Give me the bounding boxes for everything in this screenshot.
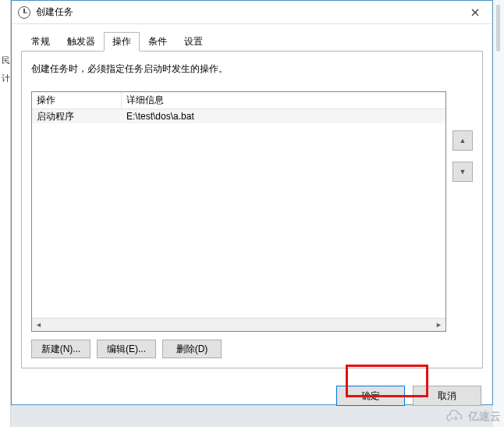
delete-button[interactable]: 删除(D) xyxy=(162,340,222,358)
background-right-strip xyxy=(493,0,504,427)
tab-strip: 常规 触发器 操作 条件 设置 xyxy=(23,34,483,51)
svg-point-0 xyxy=(451,418,453,419)
scroll-right-icon[interactable]: ► xyxy=(432,319,445,331)
reorder-buttons: ▲ ▼ xyxy=(453,91,473,332)
tab-panel-actions: 创建任务时，必须指定任务启动时发生的操作。 操作 详细信息 启动程序 E:\te… xyxy=(21,51,483,368)
scroll-track[interactable] xyxy=(45,319,432,331)
cell-detail: E:\test\dos\a.bat xyxy=(122,111,445,122)
actions-list[interactable]: 操作 详细信息 启动程序 E:\test\dos\a.bat ◄ ► xyxy=(31,91,446,332)
edit-button[interactable]: 编辑(E)... xyxy=(97,340,156,358)
move-down-button[interactable]: ▼ xyxy=(453,162,473,182)
dialog-footer: 确定 取消 xyxy=(12,378,492,415)
svg-point-1 xyxy=(454,417,456,419)
action-buttons-row: 新建(N)... 编辑(E)... 删除(D) xyxy=(31,340,473,358)
background-left-strip: 民 计 xyxy=(0,0,11,427)
cloud-icon xyxy=(445,410,465,424)
dialog-body: 常规 触发器 操作 条件 设置 创建任务时，必须指定任务启动时发生的操作。 操作… xyxy=(12,24,492,378)
col-detail[interactable]: 详细信息 xyxy=(122,92,445,109)
tab-settings[interactable]: 设置 xyxy=(176,32,211,51)
new-button[interactable]: 新建(N)... xyxy=(31,340,91,358)
list-row[interactable]: 启动程序 E:\test\dos\a.bat xyxy=(32,109,445,123)
ok-button[interactable]: 确定 xyxy=(336,386,405,406)
list-header: 操作 详细信息 xyxy=(32,92,445,109)
horizontal-scrollbar[interactable]: ◄ ► xyxy=(32,318,445,331)
tab-triggers[interactable]: 触发器 xyxy=(59,32,104,51)
scroll-left-icon[interactable]: ◄ xyxy=(32,319,45,331)
watermark-text: 亿速云 xyxy=(468,410,501,424)
create-task-dialog: 创建任务 常规 触发器 操作 条件 设置 创建任务时，必须指定任务启动时发生的操… xyxy=(11,0,493,405)
close-button[interactable] xyxy=(457,1,492,23)
clock-icon xyxy=(18,6,30,19)
titlebar: 创建任务 xyxy=(12,1,492,24)
watermark: 亿速云 xyxy=(445,410,501,424)
move-up-button[interactable]: ▲ xyxy=(453,130,473,151)
tab-actions[interactable]: 操作 xyxy=(104,32,140,52)
tab-conditions[interactable]: 条件 xyxy=(140,32,176,51)
cell-operation: 启动程序 xyxy=(32,110,122,123)
panel-description: 创建任务时，必须指定任务启动时发生的操作。 xyxy=(31,62,473,76)
cancel-button[interactable]: 取消 xyxy=(413,386,481,406)
tab-general[interactable]: 常规 xyxy=(23,32,59,51)
col-operation[interactable]: 操作 xyxy=(32,92,122,109)
list-body: 启动程序 E:\test\dos\a.bat xyxy=(32,109,445,318)
window-title: 创建任务 xyxy=(36,5,73,19)
